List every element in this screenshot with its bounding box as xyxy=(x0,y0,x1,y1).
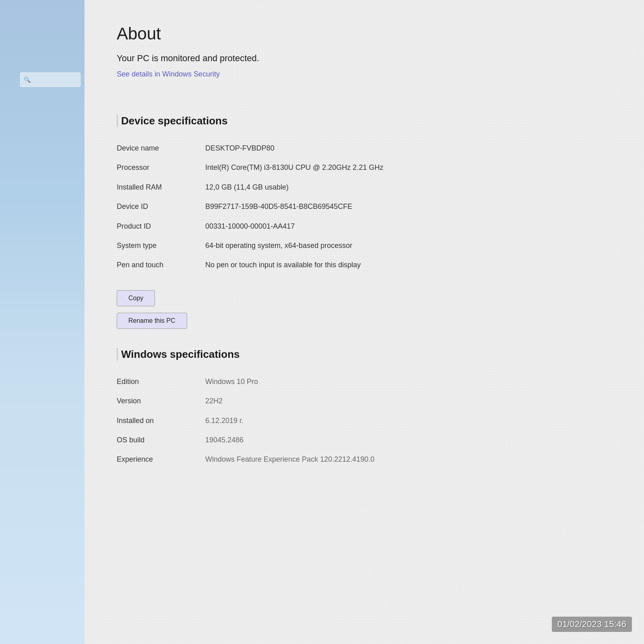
table-row: Version 22H2 xyxy=(117,391,612,411)
spec-label: OS build xyxy=(117,430,197,450)
spec-value: 22H2 xyxy=(197,391,612,411)
table-row: Edition Windows 10 Pro xyxy=(117,372,612,391)
spec-label: Edition xyxy=(117,372,197,391)
search-box[interactable]: 🔍 xyxy=(20,72,80,87)
action-buttons: Copy Rename this PC xyxy=(117,287,612,332)
spec-label: Experience xyxy=(117,450,197,469)
spec-value: B99F2717-159B-40D5-8541-B8CB69545CFE xyxy=(197,197,612,216)
spec-value: Windows 10 Pro xyxy=(197,372,612,391)
timestamp-time: 15:46 xyxy=(604,619,626,629)
windows-specs-table: Edition Windows 10 Pro Version 22H2 Inst… xyxy=(117,372,612,469)
spec-value: 19045.2486 xyxy=(197,430,612,450)
rename-pc-button[interactable]: Rename this PC xyxy=(117,313,187,329)
spec-label: Product ID xyxy=(117,217,197,236)
device-specs-table: Device name DESKTOP-FVBDP80 Processor In… xyxy=(117,138,612,275)
spec-label: Processor xyxy=(117,158,197,177)
page-title: About xyxy=(117,24,612,43)
table-row: Experience Windows Feature Experience Pa… xyxy=(117,450,612,469)
spec-value: DESKTOP-FVBDP80 xyxy=(197,138,612,158)
protection-status: Your PC is monitored and protected. xyxy=(117,53,612,64)
table-row: Device ID B99F2717-159B-40D5-8541-B8CB69… xyxy=(117,197,612,216)
spec-label: Installed on xyxy=(117,411,197,430)
security-link[interactable]: See details in Windows Security xyxy=(117,70,220,78)
table-row: Product ID 00331-10000-00001-AA417 xyxy=(117,217,612,236)
spec-value: Windows Feature Experience Pack 120.2212… xyxy=(197,450,612,469)
spec-label: Installed RAM xyxy=(117,178,197,197)
table-row: Processor Intel(R) Core(TM) i3-8130U CPU… xyxy=(117,158,612,177)
spec-label: System type xyxy=(117,236,197,255)
table-row: System type 64-bit operating system, x64… xyxy=(117,236,612,255)
spec-value: 6.12.2019 г. xyxy=(197,411,612,430)
table-row: Installed RAM 12,0 GB (11,4 GB usable) xyxy=(117,178,612,197)
spec-label: Device name xyxy=(117,138,197,158)
spec-value: 64-bit operating system, x64-based proce… xyxy=(197,236,612,255)
sidebar: 🔍 xyxy=(0,0,85,644)
spec-label: Version xyxy=(117,391,197,411)
table-row: OS build 19045.2486 xyxy=(117,430,612,450)
timestamp: 01/02/2023 15:46 xyxy=(552,617,632,632)
timestamp-date: 01/02/2023 xyxy=(557,619,602,629)
spec-value: 12,0 GB (11,4 GB usable) xyxy=(197,178,612,197)
windows-specs-heading: Windows specifications xyxy=(117,348,612,361)
spec-label: Pen and touch xyxy=(117,255,197,275)
spec-label: Device ID xyxy=(117,197,197,216)
table-row: Installed on 6.12.2019 г. xyxy=(117,411,612,430)
table-row: Device name DESKTOP-FVBDP80 xyxy=(117,138,612,158)
spec-value: No pen or touch input is available for t… xyxy=(197,255,612,275)
search-icon: 🔍 xyxy=(24,76,31,83)
table-row: Pen and touch No pen or touch input is a… xyxy=(117,255,612,275)
main-content: About Your PC is monitored and protected… xyxy=(85,0,644,644)
copy-button[interactable]: Copy xyxy=(117,290,155,306)
device-specs-heading: Device specifications xyxy=(117,115,612,127)
spec-value: 00331-10000-00001-AA417 xyxy=(197,217,612,236)
spec-value: Intel(R) Core(TM) i3-8130U CPU @ 2.20GHz… xyxy=(197,158,612,177)
